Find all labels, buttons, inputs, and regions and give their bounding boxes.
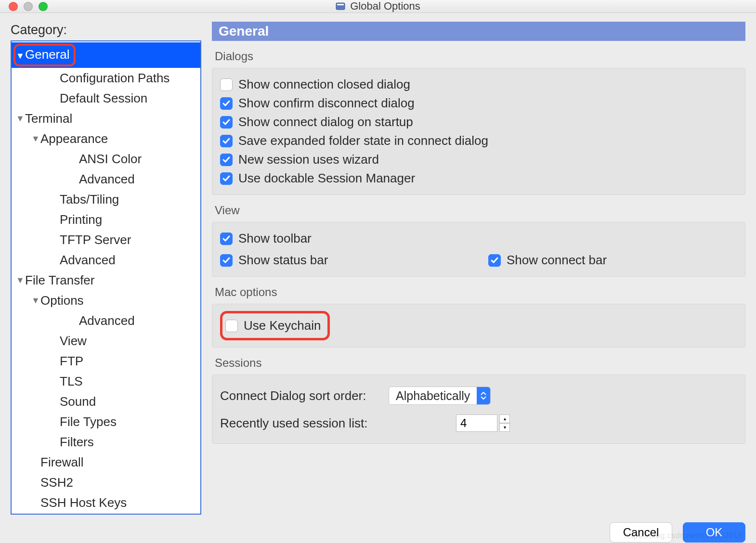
checkbox[interactable] [488, 254, 501, 267]
tree-item-label: Appearance [40, 130, 108, 147]
tree-item[interactable]: Sound [12, 391, 200, 412]
group-dialogs-title: Dialogs [212, 45, 745, 68]
recent-stepper-up[interactable]: ▴ [499, 414, 510, 423]
checkbox-label: New session uses wizard [238, 152, 379, 167]
checkbox[interactable] [225, 320, 238, 332]
checkbox-row[interactable]: Use dockable Session Manager [220, 169, 737, 188]
group-sessions-title: Sessions [212, 351, 745, 375]
group-view: Show toolbarShow status barShow connect … [212, 222, 745, 277]
checkbox-row[interactable]: Show connect dialog on startup [220, 113, 737, 131]
tree-item[interactable]: ▼Options [12, 290, 200, 310]
checkbox-label: Show confirm disconnect dialog [238, 96, 415, 111]
checkbox[interactable] [220, 233, 233, 245]
group-dialogs: Show connection closed dialogShow confir… [212, 68, 745, 195]
tree-item[interactable]: SSH Host Keys [12, 492, 200, 513]
tree-item[interactable]: File Types [12, 412, 200, 432]
tree-item[interactable]: Advanced [12, 310, 200, 331]
window-close-button[interactable] [9, 2, 18, 11]
checkbox-row[interactable]: Show confirm disconnect dialog [220, 94, 737, 113]
window-title: Global Options [350, 0, 420, 13]
watermark: https://blog.csdn.net/chsool2018 [625, 531, 743, 540]
tree-item[interactable]: Firewall [12, 452, 200, 472]
tree-item[interactable]: Advanced [12, 250, 200, 270]
titlebar: Global Options [0, 0, 756, 13]
category-tree[interactable]: ▼GeneralConfiguration PathsDefault Sessi… [11, 40, 201, 515]
window-zoom-button[interactable] [39, 2, 48, 11]
group-mac-title: Mac options [212, 281, 745, 304]
sort-order-value: Alphabetically [389, 389, 477, 403]
select-arrows-icon [477, 387, 490, 404]
tree-item[interactable]: Filters [12, 432, 200, 452]
tree-item[interactable]: FTP [12, 351, 200, 371]
tree-item[interactable]: SSH2 [12, 472, 200, 492]
recent-list-input[interactable] [456, 414, 497, 432]
panel-header: General [212, 22, 745, 41]
tree-item-label: TFTP Server [60, 231, 131, 248]
checkbox-label: Save expanded folder state in connect di… [238, 133, 488, 148]
tree-item-label: SSH Host Keys [40, 494, 127, 511]
tree-item-label: FTP [60, 352, 83, 370]
tree-item[interactable]: ANSI Color [12, 149, 200, 169]
tree-item-label: Advanced [79, 170, 135, 188]
checkbox-row[interactable]: Show connect bar [488, 251, 737, 270]
chevron-down-icon: ▼ [15, 272, 25, 289]
checkbox[interactable] [220, 97, 233, 110]
checkbox[interactable] [220, 154, 233, 166]
chevron-down-icon: ▼ [31, 292, 40, 309]
tree-item-label: Tabs/Tiling [60, 191, 119, 208]
checkbox-label: Use dockable Session Manager [238, 171, 415, 186]
category-label: Category: [11, 22, 201, 40]
checkbox-label: Show status bar [238, 253, 328, 268]
tree-item-label: Printing [60, 211, 102, 228]
tree-item[interactable]: ▼Appearance [12, 129, 200, 149]
sort-order-select[interactable]: Alphabetically [389, 387, 491, 405]
tree-item-label: Sound [60, 393, 96, 410]
tree-item-label: View [60, 332, 87, 349]
tree-item-label: Terminal [25, 110, 72, 127]
tree-item[interactable]: Configuration Paths [12, 68, 200, 88]
checkbox-label: Show toolbar [238, 231, 312, 246]
checkbox-row[interactable]: Use Keychain [225, 316, 321, 335]
tree-item[interactable]: View [12, 331, 200, 351]
window-minimize-button[interactable] [24, 2, 33, 11]
tree-item-label: Advanced [60, 251, 116, 269]
checkbox[interactable] [220, 116, 233, 129]
tree-item[interactable]: ▼File Transfer [12, 270, 200, 290]
checkbox-row[interactable]: Show connection closed dialog [220, 75, 737, 94]
tree-item[interactable]: Tabs/Tiling [12, 189, 200, 209]
checkbox[interactable] [220, 78, 233, 91]
tree-item[interactable]: Printing [12, 209, 200, 230]
tree-item-label: Configuration Paths [60, 69, 169, 87]
tree-item-label: Firewall [40, 453, 84, 471]
tree-item-label: SSH2 [40, 474, 73, 491]
group-sessions: Connect Dialog sort order: Alphabeticall… [212, 375, 745, 444]
tree-item[interactable]: ▼General [12, 42, 200, 68]
tree-item-label: File Types [60, 413, 117, 430]
tree-item[interactable]: ▼Terminal [12, 108, 200, 129]
tree-item[interactable]: TFTP Server [12, 230, 200, 250]
tree-item[interactable]: Default Session [12, 88, 200, 108]
tree-item[interactable]: Advanced [12, 169, 200, 189]
tree-item-label: TLS [60, 373, 83, 390]
group-view-title: View [212, 199, 745, 222]
checkbox-row[interactable]: Show toolbar [220, 229, 469, 248]
checkbox-row[interactable]: Save expanded folder state in connect di… [220, 131, 737, 150]
checkbox-label: Show connect dialog on startup [238, 115, 413, 129]
chevron-down-icon: ▼ [31, 130, 40, 147]
checkbox-label: Use Keychain [244, 318, 321, 333]
checkbox[interactable] [220, 254, 233, 267]
tree-item[interactable]: TLS [12, 371, 200, 391]
recent-stepper-down[interactable]: ▾ [499, 423, 510, 432]
checkbox[interactable] [220, 135, 233, 147]
tree-item-label: Options [40, 292, 84, 309]
tree-item-label: File Transfer [25, 272, 95, 289]
chevron-down-icon: ▼ [15, 47, 25, 65]
checkbox-row[interactable]: Show status bar [220, 251, 469, 270]
checkbox[interactable] [220, 172, 233, 185]
checkbox-row[interactable]: New session uses wizard [220, 150, 737, 169]
recent-list-label: Recently used session list: [220, 416, 379, 431]
svg-rect-1 [337, 4, 344, 5]
checkbox-label: Show connect bar [507, 253, 607, 268]
chevron-down-icon: ▼ [15, 110, 25, 127]
group-mac: Use Keychain [212, 304, 745, 348]
